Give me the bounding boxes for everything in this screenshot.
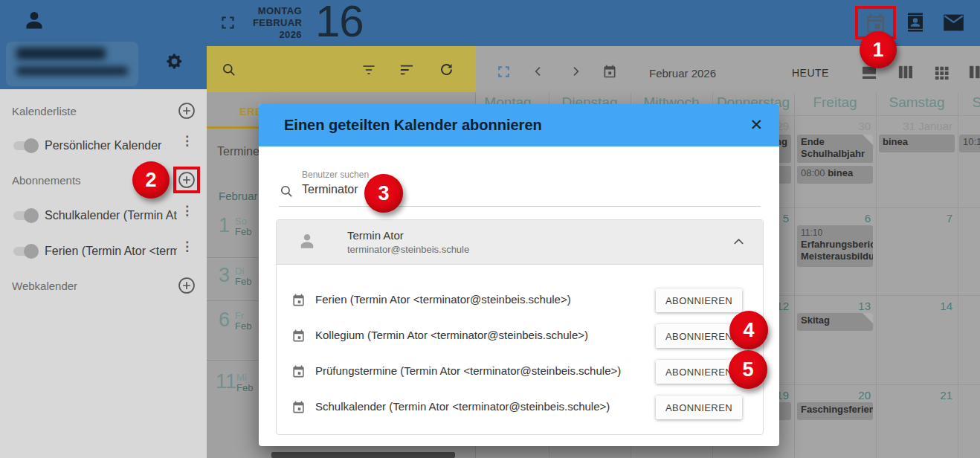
schulkalender-toggle[interactable] [12,208,39,223]
entry-day: 11 [216,372,236,392]
event-fold [863,135,873,145]
mail-module-icon[interactable] [943,13,964,32]
week-view-icon[interactable] [897,65,914,80]
cell-date[interactable]: 6 [794,212,876,225]
event-search-bar[interactable] [207,46,476,92]
next-month-icon[interactable] [570,65,581,77]
entry-month: Feb [235,321,251,332]
add-web-calendar-button[interactable] [177,276,196,295]
ferien-menu-button[interactable]: ⋮ [181,244,193,249]
cell-date[interactable]: 31 Januar [876,120,958,132]
entry-weekday: Di [235,266,244,277]
personal-calendar-toggle[interactable] [12,138,39,153]
event-chip[interactable]: 08:00 binea [797,166,873,184]
entry-weekday: Mi [236,372,247,383]
result-user-email: terminator@steinbeis.schule [347,244,469,255]
close-icon[interactable]: ✕ [749,116,763,134]
annotation-step-4: 4 [729,311,768,349]
current-date-stack: MONTAG FEBRUAR 2026 [253,5,302,41]
subscribe-dialog: Einen geteilten Kalender abonnieren ✕ Be… [259,104,779,446]
grid-line [958,93,958,458]
user-search-input[interactable]: Terminator [302,183,358,196]
fullscreen-day-icon[interactable] [220,15,236,30]
calendar-icon [291,364,306,378]
event-chip-partial[interactable] [271,452,455,458]
personal-calendar-menu-button[interactable]: ⋮ [181,138,193,143]
calendar-result-row: Kollegium (Termin Ator <terminator@stein… [277,318,763,354]
user-info-redacted [6,42,138,86]
annotation-step-2: 2 [132,161,170,199]
calendar-result-name: Prüfungstermine (Termin Ator <terminator… [315,364,621,377]
event-title: Meisterausbildung [801,251,869,262]
calendar-result-row: Ferien (Termin Ator <terminator@steinbei… [277,283,763,318]
subscribe-button[interactable]: ABONNIEREN [656,288,742,312]
calendar-app: MONTAG FEBRUAR 2026 16 Kalenderliste Per… [0,0,980,458]
event-chip[interactable]: Skitag [797,313,873,331]
entry-month: Feb [235,277,251,287]
event-title: Skitag [801,315,830,326]
cell-date[interactable]: 13 [794,300,876,312]
dialog-title: Einen geteilten Kalender abonnieren [284,117,542,134]
tab-ereignisse[interactable]: EREI [239,106,259,117]
result-user-name: Termin Ator [347,229,404,242]
settings-gear-icon[interactable] [165,52,184,71]
calendar-result-name: Kollegium (Termin Ator <terminator@stein… [315,329,588,341]
list-month-header: Februar [219,190,258,202]
event-chip[interactable]: binea [879,135,955,152]
user-avatar-icon [296,230,318,253]
calendar-toolbar: Februar 2026 HEUTE [476,46,980,93]
termine-heading: Termine [217,145,259,158]
cell-date[interactable]: 21 [876,389,958,401]
event-title: Ende Schulhalbjahr [801,136,865,159]
prev-month-icon[interactable] [532,65,544,77]
sort-icon[interactable] [399,63,415,77]
entry-day: 3 [219,265,230,286]
toggle-knob [24,138,39,153]
calendar-title: Februar 2026 [649,67,716,80]
entry-weekday: Fr [235,311,244,321]
event-title: binea [883,136,908,147]
fullscreen-icon[interactable] [497,65,511,79]
cell-date[interactable]: 30 [794,120,876,132]
datepicker-icon[interactable] [602,64,617,79]
result-user-row[interactable]: Termin Ator terminator@steinbeis.schule [277,220,763,265]
sidebar-item-ferien[interactable]: Ferien (Termin Ator <termi... [45,245,177,258]
today-button[interactable]: HEUTE [792,67,829,79]
schulkalender-menu-button[interactable]: ⋮ [181,208,193,213]
subscribe-button[interactable]: ABONNIEREN [656,396,742,419]
sidebar-item-personal-calendar[interactable]: Persönlicher Kalender [45,139,178,152]
planning-view-icon[interactable] [968,65,980,80]
entry-day: 6 [219,310,230,330]
weekday-header: Sonntag [958,94,980,111]
month-view-icon[interactable] [934,65,950,80]
sidebar-item-schulkalender[interactable]: Schulkalender (Termin Ato... [45,209,177,222]
user-email-redacted [16,67,128,75]
search-results-panel: Termin Ator terminator@steinbeis.schule … [276,219,764,435]
add-calendar-button[interactable] [177,101,196,120]
weekday-header: Samstag [876,94,958,111]
event-time: 10:15 [963,136,980,147]
event-chip[interactable]: 10:15 T [959,135,980,152]
date-month: FEBRUAR [253,17,302,29]
refresh-icon[interactable] [439,62,454,77]
user-search-label: Benutzer suchen [302,170,369,180]
user-avatar-icon [21,7,48,34]
chevron-up-icon[interactable] [732,236,745,247]
calendar-result-name: Ferien (Termin Ator <terminator@steinbei… [315,293,571,306]
annotation-box-add-subscription [173,167,200,193]
event-chip[interactable]: 11:10 Erfahrungsbericht Meisterausbildun… [797,225,873,267]
toggle-knob [24,244,39,259]
calendar-icon [291,400,306,414]
cell-date[interactable]: 20 [794,389,876,401]
cell-date[interactable]: 14 [876,300,958,312]
toggle-knob [24,208,39,223]
user-name-redacted [16,48,106,59]
contacts-module-icon[interactable] [904,11,926,33]
cell-date[interactable]: 7 [876,212,958,225]
search-icon [222,62,236,77]
ferien-toggle[interactable] [12,244,39,259]
event-chip[interactable]: Ende Schulhalbjahr [797,135,873,163]
filter-icon[interactable] [361,63,376,77]
event-chip[interactable]: Faschingsferien [797,402,873,420]
search-icon [280,184,294,199]
